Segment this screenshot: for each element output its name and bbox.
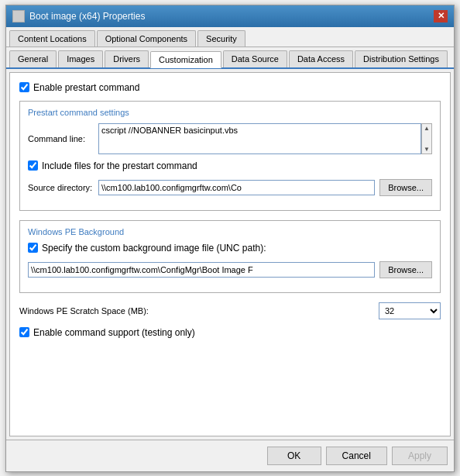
browse-source-button[interactable]: Browse... [379,179,432,196]
specify-bg-row: Specify the custom background image file… [28,243,432,254]
scroll-down-icon: ▼ [424,146,430,153]
scratch-space-row: Windows PE Scratch Space (MB): 32 64 128… [19,302,441,319]
window-icon [12,10,25,22]
include-files-label: Include files for the prestart command [42,160,197,171]
title-bar: Boot image (x64) Properties ✕ [6,5,454,27]
tab-data-access[interactable]: Data Access [289,50,353,67]
source-directory-label: Source directory: [28,183,94,192]
title-bar-left: Boot image (x64) Properties [12,10,145,22]
enable-command-support-checkbox[interactable] [19,327,29,337]
scroll-up-icon: ▲ [424,125,430,132]
specify-bg-checkbox[interactable] [28,243,38,253]
prestart-settings-group-label: Prestart command settings [28,108,432,117]
tab-customization[interactable]: Customization [150,51,221,68]
apply-button[interactable]: Apply [392,447,448,465]
enable-command-support-row: Enable command support (testing only) [19,327,441,338]
tab-data-source[interactable]: Data Source [223,50,287,67]
enable-prestart-row: Enable prestart command [19,82,441,93]
tab-distribution-settings[interactable]: Distribution Settings [355,50,448,67]
tab-content-locations[interactable]: Content Locations [9,30,95,47]
command-line-label: Command line: [28,134,94,143]
scratch-space-select[interactable]: 32 64 128 256 512 [379,302,441,319]
scrollbar: ▲ ▼ [421,123,432,154]
enable-prestart-label: Enable prestart command [33,82,139,93]
properties-window: Boot image (x64) Properties ✕ Content Lo… [5,5,455,472]
tab-images[interactable]: Images [58,50,103,67]
source-directory-input[interactable] [98,180,375,195]
second-tab-row: General Images Drivers Customization Dat… [6,47,454,69]
bottom-button-row: OK Cancel Apply [6,440,454,471]
enable-prestart-checkbox[interactable] [19,82,29,92]
command-line-input[interactable] [98,123,421,154]
scratch-space-label: Windows PE Scratch Space (MB): [19,306,149,316]
include-files-checkbox[interactable] [28,160,38,171]
browse-bg-button[interactable]: Browse... [379,261,432,278]
windows-pe-bg-label: Windows PE Background [28,227,432,236]
tab-general[interactable]: General [9,50,57,67]
tab-optional-components[interactable]: Optional Components [97,30,196,47]
specify-bg-label: Specify the custom background image file… [42,243,266,254]
windows-pe-bg-group: Windows PE Background Specify the custom… [19,220,441,293]
window-title: Boot image (x64) Properties [29,11,145,22]
main-content: Enable prestart command Prestart command… [9,72,451,436]
tab-drivers[interactable]: Drivers [105,50,149,67]
include-files-row: Include files for the prestart command [28,160,432,171]
tab-security[interactable]: Security [197,30,245,47]
command-line-row: Command line: ▲ ▼ [28,123,432,154]
top-tab-row: Content Locations Optional Components Se… [6,27,454,47]
enable-command-support-label: Enable command support (testing only) [33,327,195,338]
ok-button[interactable]: OK [267,447,321,465]
close-button[interactable]: ✕ [434,10,448,22]
bg-path-row: Browse... [28,261,432,278]
prestart-settings-group: Prestart command settings Command line: … [19,101,441,211]
source-directory-row: Source directory: Browse... [28,179,432,196]
cancel-button[interactable]: Cancel [326,447,387,465]
bg-path-input[interactable] [28,262,375,278]
